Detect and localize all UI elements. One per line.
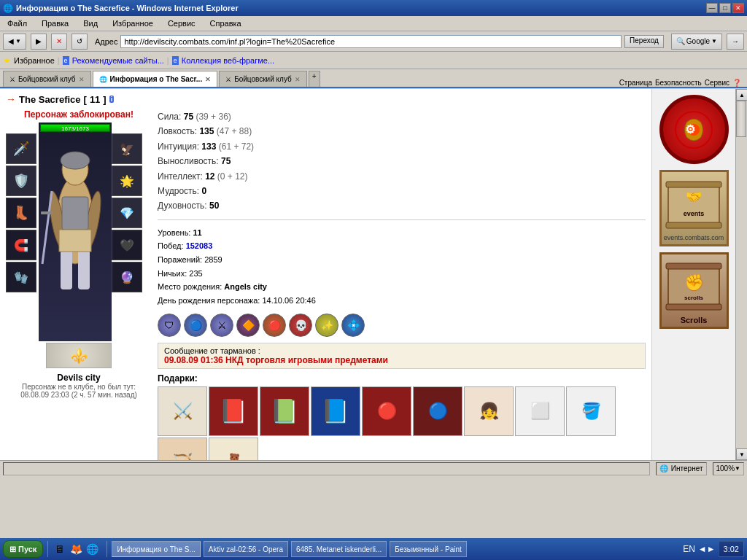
taskbar-btn-0[interactable]: Информация о The S...	[112, 541, 200, 557]
blocked-text: Персонаж заблокирован!	[6, 109, 152, 120]
equip-r2[interactable]: 🌟	[112, 166, 142, 196]
char-name: The Sacrefice	[19, 94, 81, 105]
service-menu[interactable]: Сервис	[705, 79, 729, 87]
taskbar-lang-arrow[interactable]: ◄►	[698, 544, 716, 554]
equip-r4[interactable]: 🖤	[112, 230, 142, 260]
scroll-thumb[interactable]	[736, 101, 746, 137]
taskbar-btn-2[interactable]: 6485. Metanet iskenderli...	[291, 541, 387, 557]
combats-logo-icon: ⚙	[672, 108, 716, 152]
go-button[interactable]: Переход	[624, 35, 664, 48]
taskbar-btn-2-label: 6485. Metanet iskenderli...	[296, 545, 382, 553]
show-desktop-icon[interactable]: 🖥	[53, 542, 67, 556]
equip-legs[interactable]: 🧲	[6, 230, 36, 260]
recommended-link[interactable]: Рекомендуемые сайты...	[72, 56, 164, 65]
gift-8[interactable]: 🪣	[566, 386, 616, 436]
browser-content: → The Sacrefice [11] i Персонаж заблокир…	[0, 88, 747, 460]
page-menu[interactable]: Страница	[619, 79, 652, 87]
arrow-icon: →	[6, 93, 16, 105]
gift-4[interactable]: 🔴	[362, 386, 411, 436]
close-button[interactable]: ✕	[732, 3, 744, 13]
gift-10[interactable]: 🧸	[209, 438, 258, 460]
taskbar-btn-3[interactable]: Безымянный - Paint	[390, 541, 466, 557]
tab-2[interactable]: ⚔ Бойцовский клуб ✕	[219, 71, 307, 87]
favorites-label[interactable]: Избранное	[14, 56, 55, 65]
new-tab-button[interactable]: +	[309, 71, 320, 87]
svg-text:✊: ✊	[684, 273, 705, 292]
gift-3[interactable]: 📘	[311, 386, 360, 436]
gift-7[interactable]: ⬜	[515, 386, 565, 436]
gift-5[interactable]: 🔵	[413, 386, 462, 436]
gift-0[interactable]: ⚔️	[158, 386, 207, 436]
maximize-button[interactable]: □	[719, 3, 731, 13]
skill-icon-6[interactable]: ✨	[315, 314, 338, 337]
taskbar-lang-icon[interactable]: EN	[683, 544, 695, 554]
equip-helm[interactable]: 🗡️	[6, 133, 36, 164]
scroll-area[interactable]: → The Sacrefice [11] i Персонаж заблокир…	[0, 89, 651, 460]
skill-icon-7[interactable]: 💠	[341, 314, 365, 337]
menu-file[interactable]: Файл	[3, 18, 31, 29]
menu-service[interactable]: Сервис	[163, 18, 200, 29]
forward-button[interactable]: ▶	[31, 34, 47, 50]
gift-6[interactable]: 👧	[464, 386, 514, 436]
stop-button[interactable]: ✕	[51, 34, 67, 50]
address-label: Адрес	[95, 37, 118, 46]
scrolls-banner[interactable]: ✊ scrolls Scrolls	[659, 252, 729, 329]
equip-boots[interactable]: 👢	[6, 198, 36, 228]
start-button[interactable]: ⊞ Пуск	[3, 540, 43, 558]
equip-r5[interactable]: 🔮	[112, 262, 142, 292]
ie-icon: e	[63, 56, 69, 65]
equip-r3[interactable]: 💎	[112, 198, 142, 228]
hp-text: 1673/1673	[41, 125, 109, 133]
zoom-section[interactable]: 100% ▼	[713, 462, 745, 475]
security-menu[interactable]: Безопасность	[655, 79, 702, 87]
svg-rect-20	[666, 263, 721, 269]
equip-gloves[interactable]: 🧤	[6, 262, 36, 292]
svg-rect-16	[666, 222, 721, 228]
tab-icon-1: 🌐	[99, 76, 107, 83]
char-image: 1673/1673	[39, 122, 112, 341]
help-icon[interactable]: ❓	[732, 79, 741, 87]
search-go-button[interactable]: →	[727, 34, 744, 50]
combats-logo[interactable]: ⚙	[659, 95, 729, 164]
menu-view[interactable]: Вид	[79, 18, 102, 29]
address-input[interactable]	[120, 35, 622, 48]
tab-1[interactable]: 🌐 Информация о The Sacr... ✕	[93, 71, 218, 87]
refresh-button[interactable]: ↺	[71, 34, 88, 50]
scroll-up-arrow[interactable]: ▲	[736, 89, 747, 101]
tab-close-0[interactable]: ✕	[79, 76, 85, 83]
menu-help[interactable]: Справка	[206, 18, 246, 29]
equip-r1[interactable]: 🦅	[112, 133, 142, 164]
minimize-button[interactable]: —	[706, 3, 718, 13]
skill-icon-5[interactable]: 💀	[289, 314, 312, 337]
firefox-icon[interactable]: 🦊	[69, 542, 83, 556]
taskbar-btn-1[interactable]: Aktiv zal-02:56 - Opera	[204, 541, 288, 557]
city-time: 08.08.09 23:03 (2 ч. 57 мин. назад)	[6, 391, 152, 399]
skill-icon-2[interactable]: ⚔	[210, 314, 233, 337]
equip-armor[interactable]: 🛡️	[6, 166, 36, 196]
search-button[interactable]: 🔍 Google ▼	[671, 34, 722, 50]
ie-quick-icon[interactable]: 🌐	[85, 542, 99, 556]
gift-1[interactable]: 📕	[209, 386, 258, 436]
tab-close-1[interactable]: ✕	[205, 76, 211, 83]
back-button[interactable]: ◀ ▼	[3, 34, 26, 50]
gift-2[interactable]: 📗	[260, 386, 309, 436]
tab-0[interactable]: ⚔ Бойцовский клуб ✕	[3, 71, 91, 87]
info-icon[interactable]: i	[109, 96, 115, 103]
events-banner[interactable]: 🤝 events events.combats.com	[659, 170, 729, 246]
gift-9[interactable]: 🏹	[158, 438, 207, 460]
losses-row: Поражений: 2859	[158, 253, 646, 267]
menu-favorites[interactable]: Избранное	[108, 18, 158, 29]
collection-link[interactable]: Коллекция веб-фрагме...	[182, 56, 274, 65]
level-row: Уровень: 11	[158, 226, 646, 240]
skill-icons-row: 🛡 🔵 ⚔ 🔶 🔴 💀 ✨ 💠	[158, 314, 646, 337]
skill-icon-3[interactable]: 🔶	[236, 314, 260, 337]
zoom-text: 100%	[716, 464, 735, 472]
tab-close-2[interactable]: ✕	[295, 76, 301, 83]
scroll-track[interactable]	[736, 101, 747, 448]
skill-icon-4[interactable]: 🔴	[263, 314, 286, 337]
skill-icon-1[interactable]: 🔵	[184, 314, 207, 337]
scroll-down-arrow[interactable]: ▼	[736, 448, 747, 460]
menu-edit[interactable]: Правка	[37, 18, 73, 29]
scrolls-icon: ✊ scrolls	[665, 257, 723, 316]
skill-icon-0[interactable]: 🛡	[158, 314, 181, 337]
